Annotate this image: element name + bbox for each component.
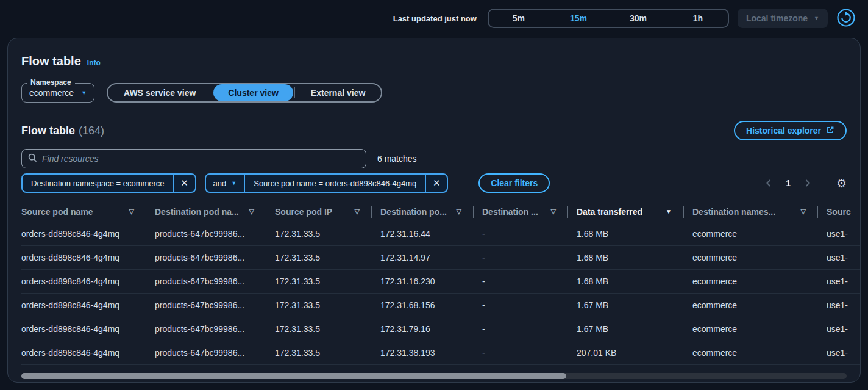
cell-destination-pod-ip: 172.31.14.97 [380, 253, 482, 262]
time-range-30m[interactable]: 30m [608, 10, 668, 27]
cell-source-clipped: use1- [827, 324, 860, 334]
cell-destination-namespace: ecommerce [692, 229, 827, 239]
filter-chip-label[interactable]: Destination namespace = ecommerce [23, 179, 173, 188]
column-header-source-pod-name[interactable]: Source pod name ▽ [21, 201, 155, 222]
table-title-text: Flow table [21, 125, 75, 137]
cell-destination-pod-ip: 172.31.68.156 [380, 300, 482, 310]
refresh-button[interactable] [836, 8, 856, 29]
filter-triangle-icon[interactable]: ▽ [129, 208, 134, 215]
column-header-destination-pod-name[interactable]: Destination pod na... ▽ [155, 201, 275, 222]
filter-chip-destination-namespace: Destination namespace = ecommerce ✕ [21, 173, 196, 193]
filter-operator-label: and [213, 179, 227, 188]
info-link[interactable]: Info [87, 59, 101, 67]
controls-row: Namespace ecommerce ▼ AWS service view C… [21, 83, 847, 103]
filter-triangle-icon[interactable]: ▽ [551, 208, 556, 215]
table-row[interactable]: orders-dd898c846-4g4mq products-647bc999… [21, 317, 860, 341]
column-header-data-transferred[interactable]: Data transferred ▼ [577, 201, 692, 222]
table-row[interactable]: orders-dd898c846-4g4mq products-647bc999… [21, 294, 860, 317]
namespace-select-label: Namespace [27, 78, 75, 87]
column-header-destination-namespace[interactable]: Destination names... ▽ [692, 201, 827, 222]
namespace-select-value: ecommerce [29, 88, 74, 98]
time-range-5m[interactable]: 5m [489, 10, 549, 27]
cell-source-clipped: use1- [827, 348, 860, 358]
table-row[interactable]: orders-dd898c846-4g4mq products-647bc999… [21, 246, 860, 270]
previous-page-button[interactable] [763, 176, 775, 190]
last-updated-text: Last updated just now [393, 14, 477, 23]
page-number[interactable]: 1 [781, 178, 795, 188]
historical-explorer-button[interactable]: Historical explorer [734, 121, 847, 140]
cell-source-pod-ip: 172.31.33.5 [275, 348, 380, 358]
flow-table: Source pod name ▽ Destination pod na... … [21, 201, 860, 365]
filter-row: Destination namespace = ecommerce ✕ and … [21, 173, 847, 193]
chevron-down-icon: ▼ [231, 181, 237, 186]
filter-chip-label[interactable]: Source pod name = orders-dd898c846-4g4mq [245, 179, 425, 188]
table-row-count: (164) [79, 125, 104, 137]
column-label: Data transferred [577, 207, 642, 217]
column-label: Sourc [827, 207, 851, 217]
filter-triangle-icon[interactable]: ▽ [249, 208, 254, 215]
cell-source-pod-ip: 172.31.33.5 [275, 253, 380, 262]
search-icon [28, 153, 37, 165]
column-header-destination[interactable]: Destination ... ▽ [482, 201, 577, 222]
cell-destination-pod-name: products-647bc99986... [155, 300, 275, 310]
column-header-source-clipped[interactable]: Sourc [827, 201, 860, 222]
cell-source-pod-ip: 172.31.33.5 [275, 300, 380, 310]
horizontal-scrollbar-thumb[interactable] [21, 373, 566, 379]
cell-destination: - [482, 253, 577, 262]
cell-destination-pod-ip: 172.31.16.44 [380, 229, 482, 239]
namespace-select[interactable]: Namespace ecommerce ▼ [21, 83, 94, 103]
column-divider [146, 206, 146, 218]
table-row[interactable]: orders-dd898c846-4g4mq products-647bc999… [21, 222, 860, 246]
segment-divider [294, 87, 295, 98]
cell-source-pod-name: orders-dd898c846-4g4mq [21, 300, 155, 310]
tab-aws-service-view[interactable]: AWS service view [109, 84, 210, 101]
table-title: Flow table(164) [21, 125, 104, 137]
filter-triangle-icon[interactable]: ▽ [457, 208, 461, 215]
clear-filters-label: Clear filters [491, 178, 538, 188]
gear-icon[interactable]: ⚙ [836, 178, 847, 189]
cell-destination-namespace: ecommerce [692, 348, 827, 358]
table-row[interactable]: orders-dd898c846-4g4mq products-647bc999… [21, 270, 860, 294]
cell-source-pod-ip: 172.31.33.5 [275, 229, 380, 239]
column-divider [266, 206, 266, 218]
tools-divider [825, 175, 825, 191]
column-header-source-pod-ip[interactable]: Source pod IP ▽ [275, 201, 380, 222]
next-page-button[interactable] [802, 176, 814, 190]
cell-destination-namespace: ecommerce [692, 253, 827, 262]
clear-filters-button[interactable]: Clear filters [478, 173, 550, 193]
column-divider [817, 206, 818, 218]
table-header-row: Source pod name ▽ Destination pod na... … [21, 201, 860, 222]
time-range-15m[interactable]: 15m [549, 10, 608, 27]
cell-source-pod-ip: 172.31.33.5 [275, 276, 380, 286]
close-icon[interactable]: ✕ [174, 175, 195, 192]
filter-operator-dropdown[interactable]: and ▼ [206, 179, 244, 188]
page-title: Flow table [21, 54, 81, 68]
horizontal-scrollbar[interactable] [21, 373, 847, 379]
column-header-destination-pod-ip[interactable]: Destination po... ▽ [380, 201, 482, 222]
cell-source-pod-name: orders-dd898c846-4g4mq [21, 229, 155, 239]
search-input[interactable] [42, 154, 360, 164]
cell-data-transferred: 1.68 MB [577, 276, 692, 286]
filter-triangle-icon[interactable]: ▽ [801, 208, 806, 215]
cell-data-transferred: 1.67 MB [577, 300, 692, 310]
match-count: 6 matches [377, 154, 417, 164]
tab-cluster-view[interactable]: Cluster view [213, 84, 293, 101]
chevron-down-icon: ▼ [814, 16, 819, 21]
cell-destination: - [482, 300, 577, 310]
table-tools: 1 ⚙ [763, 175, 847, 191]
cell-destination: - [482, 229, 577, 239]
close-icon[interactable]: ✕ [426, 175, 447, 192]
table-row[interactable]: orders-dd898c846-4g4mq products-647bc999… [21, 341, 860, 365]
tab-external-view[interactable]: External view [296, 84, 380, 101]
cell-data-transferred: 207.01 KB [577, 348, 692, 358]
column-label: Destination ... [482, 207, 538, 217]
column-label: Destination po... [380, 207, 447, 217]
filter-triangle-icon[interactable]: ▽ [355, 208, 360, 215]
timezone-dropdown[interactable]: Local timezone ▼ [738, 9, 828, 28]
sort-descending-icon[interactable]: ▼ [666, 208, 672, 215]
time-range-1h[interactable]: 1h [668, 10, 728, 27]
cell-destination-namespace: ecommerce [692, 276, 827, 286]
cell-destination-pod-name: products-647bc99986... [155, 348, 275, 358]
column-label: Source pod IP [275, 207, 332, 217]
column-label: Destination names... [692, 207, 775, 217]
